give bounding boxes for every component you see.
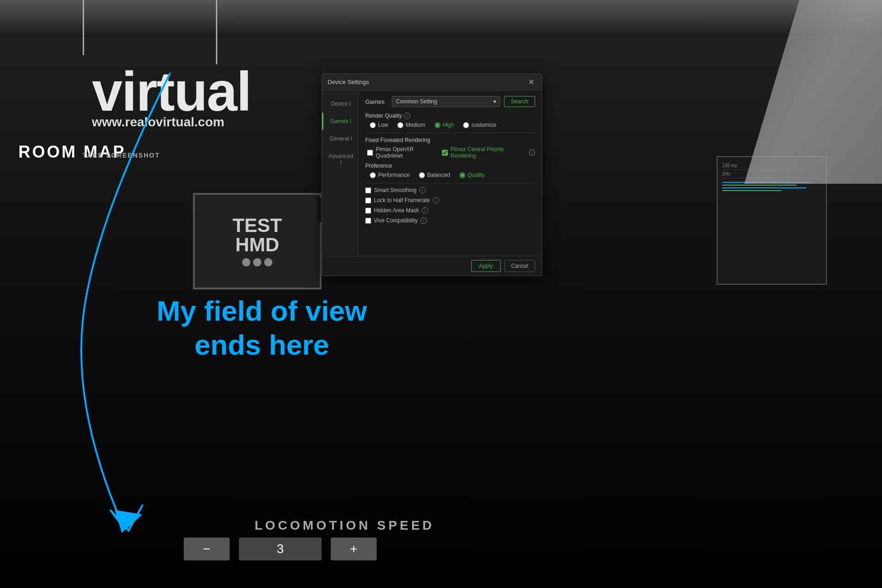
ffr-quadviews[interactable]: Pimax OpenXR Quadviews bbox=[367, 146, 437, 159]
render-quality-options: Low Medium High customize bbox=[365, 122, 535, 128]
cb-smart-smoothing[interactable]: Smart Smoothing i bbox=[365, 187, 535, 193]
cb-hidden-area-mask[interactable]: Hidden Area Mask i bbox=[365, 207, 535, 214]
nav-item-advanced[interactable]: Advanced I bbox=[322, 147, 358, 171]
nav-item-device[interactable]: Device I bbox=[322, 95, 358, 113]
dialog-body: Device I Games I General I Advanced I Ga… bbox=[322, 90, 542, 256]
search-button[interactable]: Search bbox=[504, 96, 535, 107]
games-dropdown[interactable]: Common Setting ▾ bbox=[392, 96, 500, 107]
locomotion-value: 3 bbox=[239, 537, 322, 560]
ceiling-bar-left bbox=[83, 0, 84, 55]
cb-lock-framerate[interactable]: Lock to Half Framerate i bbox=[365, 197, 535, 204]
render-quality-customize[interactable]: customize bbox=[463, 122, 496, 128]
testhmd-text: TESTHMD bbox=[232, 216, 282, 266]
render-quality-section: Render Quality i bbox=[365, 113, 535, 119]
locomotion-controls: − 3 + bbox=[184, 537, 505, 560]
render-quality-high[interactable]: High bbox=[435, 122, 454, 128]
dialog-titlebar: Device Settings ✕ bbox=[322, 74, 542, 90]
divider-2 bbox=[365, 183, 535, 183]
ffr-options: Pimax OpenXR Quadviews Pimax Central Pri… bbox=[365, 146, 535, 159]
dialog-nav: Device I Games I General I Advanced I bbox=[322, 90, 359, 256]
vive-compat-info-icon[interactable]: i bbox=[420, 217, 427, 224]
locomotion-bar: LOCOMOTION SPEED − 3 + bbox=[184, 518, 505, 560]
fov-annotation: My field of view ends here bbox=[124, 294, 400, 362]
pref-quality[interactable]: Quality bbox=[459, 172, 485, 178]
dropdown-chevron-icon: ▾ bbox=[493, 98, 496, 105]
preference-options: Performance Balanced Quality bbox=[365, 172, 535, 178]
ffr-section: Fixed Foveated Rendering Pimax OpenXR Qu… bbox=[365, 137, 535, 159]
ffr-label: Fixed Foveated Rendering bbox=[365, 137, 535, 143]
website-text: www.realovirtual.com bbox=[92, 115, 224, 130]
render-quality-medium[interactable]: Medium bbox=[397, 122, 425, 128]
cancel-button[interactable]: Cancel bbox=[504, 260, 535, 272]
dialog-footer: Apply Cancel bbox=[322, 256, 542, 276]
render-quality-label: Render Quality bbox=[365, 113, 402, 119]
screenshot-label: TAKE SCREENSHOT bbox=[83, 152, 160, 159]
apply-button[interactable]: Apply bbox=[471, 260, 501, 272]
render-quality-info-icon[interactable]: i bbox=[404, 113, 410, 119]
divider-1 bbox=[365, 133, 535, 133]
preference-label: Preference bbox=[365, 163, 535, 169]
smart-smoothing-info-icon[interactable]: i bbox=[419, 187, 426, 193]
ceiling-bar-mid bbox=[216, 0, 217, 64]
cb-vive-compatibility[interactable]: Vive Compatibility i bbox=[365, 217, 535, 224]
games-label: Games bbox=[365, 98, 388, 105]
locomotion-plus-button[interactable]: + bbox=[331, 537, 377, 560]
testhmd-logo: TESTHMD bbox=[193, 193, 322, 289]
lock-framerate-info-icon[interactable]: i bbox=[433, 197, 439, 204]
render-quality-low[interactable]: Low bbox=[370, 122, 388, 128]
dropdown-value: Common Setting bbox=[396, 98, 437, 105]
ceiling bbox=[0, 0, 882, 37]
dialog-title: Device Settings bbox=[328, 79, 369, 85]
nav-item-general[interactable]: General I bbox=[322, 130, 358, 147]
nav-item-games[interactable]: Games I bbox=[322, 113, 358, 130]
locomotion-label: LOCOMOTION SPEED bbox=[184, 518, 505, 533]
games-header: Games Common Setting ▾ Search bbox=[365, 96, 535, 107]
pref-performance[interactable]: Performance bbox=[370, 172, 410, 178]
dialog-main-content: Games Common Setting ▾ Search Render Qua… bbox=[359, 90, 542, 256]
dialog-close-button[interactable]: ✕ bbox=[526, 78, 536, 86]
checkbox-options: Smart Smoothing i Lock to Half Framerate… bbox=[365, 187, 535, 224]
hidden-area-info-icon[interactable]: i bbox=[422, 207, 428, 214]
device-settings-dialog: Device Settings ✕ Device I Games I Gener… bbox=[322, 74, 542, 276]
virtual-text: virtual bbox=[92, 60, 251, 123]
preference-section: Preference Performance Balanced Quality bbox=[365, 163, 535, 178]
pref-balanced[interactable]: Balanced bbox=[419, 172, 450, 178]
locomotion-minus-button[interactable]: − bbox=[184, 537, 230, 560]
ffr-info-icon[interactable]: i bbox=[529, 149, 535, 156]
ffr-central-priority[interactable]: Pimax Central Priority Rendering bbox=[442, 146, 525, 159]
